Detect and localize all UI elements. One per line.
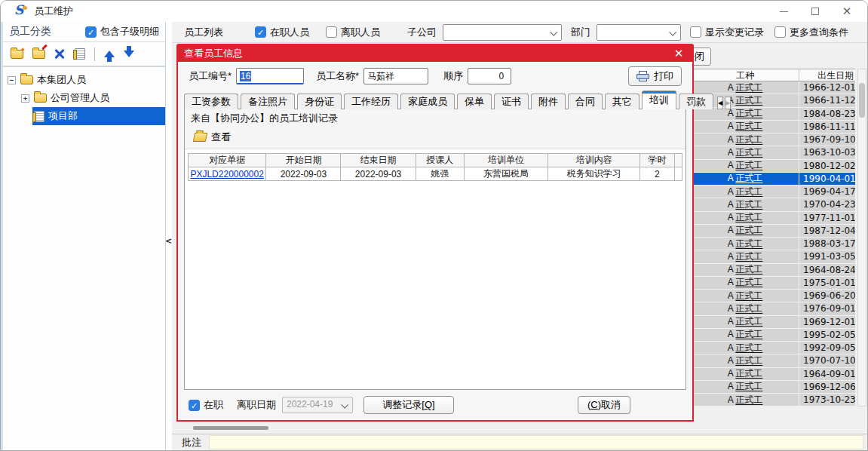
tab-家庭成员[interactable]: 家庭成员 xyxy=(400,94,455,109)
tab-scroll-right-button[interactable]: ▶ xyxy=(725,97,731,109)
edit-document-icon[interactable] xyxy=(75,48,85,60)
table-row[interactable]: A 正式工1988-03-17 xyxy=(692,238,855,250)
checkbox-icon[interactable] xyxy=(85,26,97,38)
table-row[interactable]: A 正式工1963-10-03 xyxy=(692,146,855,159)
subsidiary-dropdown[interactable] xyxy=(443,24,562,41)
table-row[interactable]: A 正式工1990-04-01 xyxy=(692,173,855,186)
training-table: 对应单据开始日期结束日期授课人培训单位培训内容学时 PXJLD220000002… xyxy=(188,153,682,181)
horizontal-scrollbar-thumb[interactable] xyxy=(193,426,268,430)
move-down-icon[interactable] xyxy=(124,51,134,57)
new-category-icon[interactable]: ✦ xyxy=(11,50,23,59)
edit-category-icon[interactable] xyxy=(32,50,45,59)
show-changes-checkbox[interactable]: 显示变更记录 xyxy=(690,26,764,39)
training-column-header[interactable]: 开始日期 xyxy=(266,154,341,167)
tab-备注照片[interactable]: 备注照片 xyxy=(241,94,295,109)
table-row[interactable]: A 正式工1980-12-02 xyxy=(692,160,855,173)
table-row[interactable]: A 正式工1975-01-01 xyxy=(692,277,855,290)
table-row[interactable]: A 正式工1987-12-04 xyxy=(692,225,855,238)
table-row[interactable]: A 正式工1976-09-01 xyxy=(692,302,855,315)
tree-expander-icon[interactable]: + xyxy=(21,94,29,103)
birth-date-cell: 1963-10-03 xyxy=(799,147,855,158)
more-filters-checkbox[interactable]: 更多查询条件 xyxy=(774,26,848,39)
birth-date-cell: 1966-12-01 xyxy=(799,82,855,93)
table-row[interactable]: A 正式工1964-09-01 xyxy=(692,368,855,381)
dialog-bottom-bar: 在职 离职日期 2022-04-19 调整记录[Q] (C)取消 xyxy=(178,390,692,420)
vertical-scrollbar[interactable] xyxy=(857,69,866,407)
table-row[interactable]: A 正式工1970-04-23 xyxy=(692,198,855,211)
checkbox-icon[interactable] xyxy=(189,400,200,411)
training-column-header[interactable]: 结束日期 xyxy=(341,154,416,167)
inactive-employees-checkbox[interactable]: 离职人员 xyxy=(326,26,380,39)
checkbox-icon[interactable] xyxy=(690,26,701,38)
training-column-header[interactable]: 学时 xyxy=(640,154,674,167)
active-employees-checkbox[interactable]: 在职人员 xyxy=(255,26,309,39)
dialog-close-icon[interactable]: ✕ xyxy=(671,47,686,60)
printer-icon xyxy=(636,71,649,81)
table-row[interactable]: A 正式工1966-12-01 xyxy=(692,81,855,94)
include-sub-checkbox[interactable]: 包含子级明细 xyxy=(85,25,159,38)
tab-培训[interactable]: 培训 xyxy=(642,91,676,109)
table-row[interactable]: A 正式工1969-12-01 xyxy=(692,316,855,329)
window-title: 员工维护 xyxy=(34,5,73,18)
training-column-header[interactable]: 培训内容 xyxy=(548,154,640,167)
tree-item[interactable]: −本集团人员 xyxy=(3,71,165,89)
checkbox-icon[interactable] xyxy=(774,26,786,38)
work-type-cell: A 正式工 xyxy=(692,263,799,276)
table-row[interactable]: A 正式工1984-08-23 xyxy=(692,108,855,121)
training-column-header[interactable]: 对应单据 xyxy=(189,154,266,167)
table-row[interactable]: A 正式工1967-09-10 xyxy=(692,133,855,146)
column-work-type[interactable]: 工种 xyxy=(692,69,799,81)
training-column-header[interactable]: 培训单位 xyxy=(464,154,548,167)
document-link[interactable]: PXJLD220000002 xyxy=(190,169,263,179)
tab-合同[interactable]: 合同 xyxy=(568,94,603,109)
table-row[interactable]: A 正式工1992-09-05 xyxy=(692,342,855,354)
table-row[interactable]: A 正式工1969-06-20 xyxy=(692,290,855,302)
table-row[interactable]: A 正式工1995-02-05 xyxy=(692,329,855,342)
table-row[interactable]: A 正式工1964-08-24 xyxy=(692,264,855,277)
tab-scroll-left-button[interactable]: ◀ xyxy=(717,97,723,109)
tree-expander-icon[interactable]: − xyxy=(8,76,16,84)
tab-附件[interactable]: 附件 xyxy=(531,94,566,109)
training-column-header[interactable]: 授课人 xyxy=(416,154,464,167)
checkbox-icon[interactable] xyxy=(255,26,266,38)
table-row[interactable]: A 正式工1977-11-01 xyxy=(692,212,855,225)
table-row[interactable]: A 正式工1973-10-23 xyxy=(692,394,855,407)
maximize-button[interactable] xyxy=(799,1,831,22)
dialog-titlebar[interactable]: 查看员工信息 ✕ xyxy=(178,45,692,62)
tab-身份证[interactable]: 身份证 xyxy=(297,94,342,109)
tab-其它[interactable]: 其它 xyxy=(605,94,639,109)
minimize-button[interactable] xyxy=(768,1,799,22)
scrollbar-thumb[interactable] xyxy=(859,83,865,118)
table-row[interactable]: A 正式工1991-03-05 xyxy=(692,250,855,263)
adjust-records-button[interactable]: 调整记录[Q] xyxy=(363,396,454,414)
delete-category-icon[interactable] xyxy=(54,48,66,60)
emp-name-input[interactable]: 马茹祥 xyxy=(363,68,428,84)
checkbox-icon[interactable] xyxy=(326,26,337,38)
table-row[interactable]: A 正式工1966-11-12 xyxy=(692,94,855,107)
cancel-button[interactable]: (C)取消 xyxy=(578,396,630,414)
column-birth-date[interactable]: 出生日期 xyxy=(799,69,855,81)
view-record-button[interactable]: 查看 xyxy=(191,129,234,146)
table-row[interactable]: A 正式工1969-04-17 xyxy=(692,186,855,198)
print-button[interactable]: 打印 xyxy=(628,66,682,86)
collapse-panel-handle[interactable]: < xyxy=(165,233,172,250)
tree-item[interactable]: 项目部 xyxy=(3,107,165,125)
note-input[interactable] xyxy=(209,435,863,449)
tab-证书[interactable]: 证书 xyxy=(494,94,529,109)
tab-工资参数[interactable]: 工资参数 xyxy=(184,94,238,109)
emp-no-input[interactable]: 16 xyxy=(236,68,304,84)
order-input[interactable]: 0 xyxy=(468,68,511,84)
work-type-cell: A 正式工 xyxy=(692,238,799,250)
close-window-button[interactable]: ✕ xyxy=(831,1,863,22)
move-up-icon[interactable] xyxy=(104,51,115,57)
tab-工作经历[interactable]: 工作经历 xyxy=(344,94,398,109)
training-row[interactable]: PXJLD2200000022022-09-032022-09-03姚强东营国税… xyxy=(189,167,682,181)
department-dropdown[interactable] xyxy=(597,24,681,41)
table-row[interactable]: A 正式工1970-07-10 xyxy=(692,354,855,367)
employed-checkbox[interactable]: 在职 xyxy=(189,398,223,412)
table-row[interactable]: A 正式工1969-12-06 xyxy=(692,381,855,394)
tree-item[interactable]: +公司管理人员 xyxy=(3,89,165,107)
tab-保单[interactable]: 保单 xyxy=(457,94,492,109)
tab-罚款[interactable]: 罚款 xyxy=(679,94,713,109)
table-row[interactable]: A 正式工1986-11-11 xyxy=(692,121,855,133)
